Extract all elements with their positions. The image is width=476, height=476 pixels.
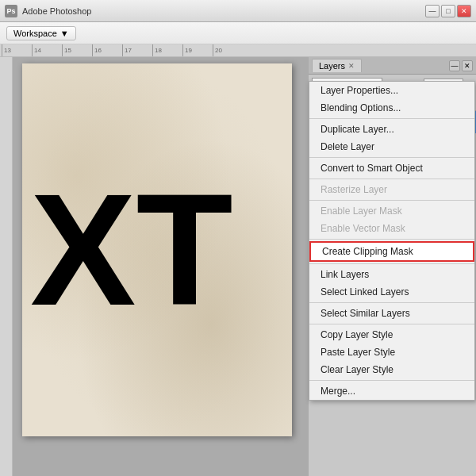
ruler-vertical — [0, 57, 13, 476]
ctx-blending-options[interactable]: Blending Options... — [309, 99, 474, 117]
ctx-separator-5 — [309, 239, 474, 240]
title-bar: Ps Adobe Photoshop — □ ✕ — [0, 0, 476, 22]
ctx-clear-layer-style[interactable]: Clear Layer Style — [309, 361, 474, 378]
canvas-text: XT — [30, 171, 233, 329]
panel-minimize-button[interactable]: — — [449, 60, 460, 71]
ruler-mark: 15 — [62, 44, 92, 57]
layers-panel: Layers ✕ — ✕ Normal Multiply Screen Opac… — [308, 57, 476, 476]
maximize-button[interactable]: □ — [441, 5, 455, 17]
canvas-texture: XT — [22, 63, 292, 436]
workspace-label: Workspace — [13, 29, 57, 38]
ctx-paste-layer-style[interactable]: Paste Layer Style — [309, 344, 474, 361]
menu-bar: Workspace ▼ — [0, 22, 476, 44]
ctx-separator-8 — [309, 324, 474, 324]
canvas-document: XT — [22, 63, 292, 436]
layers-tab[interactable]: Layers ✕ — [312, 59, 362, 72]
canvas-area: XT — [0, 57, 308, 476]
ctx-separator-6 — [309, 263, 474, 264]
ctx-select-similar-layers[interactable]: Select Similar Layers — [309, 305, 474, 322]
ruler-horizontal: 13 14 15 16 17 18 19 20 — [0, 44, 476, 57]
main-area: XT Layers ✕ — ✕ Normal Multiply Screen — [0, 57, 476, 476]
workspace-button[interactable]: Workspace ▼ — [6, 26, 76, 40]
panel-controls: — ✕ — [449, 60, 473, 71]
layers-tab-label: Layers — [319, 61, 345, 71]
close-button[interactable]: ✕ — [457, 5, 471, 17]
ctx-copy-layer-style[interactable]: Copy Layer Style — [309, 326, 474, 344]
panel-close-button[interactable]: ✕ — [462, 60, 473, 71]
ctx-merge[interactable]: Merge... — [309, 382, 474, 400]
ctx-delete-layer[interactable]: Delete Layer — [309, 138, 474, 155]
ctx-separator-4 — [309, 200, 474, 201]
ruler-mark: 20 — [213, 44, 243, 57]
app-title: Adobe Photoshop — [22, 6, 91, 16]
ruler-mark: 19 — [182, 44, 213, 57]
ctx-separator-1 — [309, 118, 474, 119]
ctx-separator-2 — [309, 157, 474, 158]
ctx-layer-properties[interactable]: Layer Properties... — [309, 82, 474, 99]
panel-tab-bar: Layers ✕ — ✕ — [309, 57, 476, 75]
ruler-mark: 14 — [32, 44, 62, 57]
ctx-enable-layer-mask: Enable Layer Mask — [309, 202, 474, 220]
context-menu: Layer Properties... Blending Options... … — [309, 81, 475, 401]
ruler-mark: 13 — [2, 44, 32, 57]
app-icon: Ps — [5, 5, 17, 17]
ctx-convert-smart-object[interactable]: Convert to Smart Object — [309, 159, 474, 177]
ctx-separator-9 — [309, 380, 474, 381]
ruler-marks: 13 14 15 16 17 18 19 20 — [0, 44, 243, 57]
window-controls: — □ ✕ — [425, 5, 471, 17]
layers-tab-close[interactable]: ✕ — [348, 62, 355, 70]
ruler-mark: 16 — [92, 44, 122, 57]
ctx-link-layers[interactable]: Link Layers — [309, 266, 474, 283]
title-bar-left: Ps Adobe Photoshop — [5, 5, 91, 17]
ctx-create-clipping-mask[interactable]: Create Clipping Mask — [309, 241, 474, 262]
ctx-separator-3 — [309, 178, 474, 179]
ctx-rasterize-layer: Rasterize Layer — [309, 181, 474, 198]
ctx-enable-vector-mask: Enable Vector Mask — [309, 220, 474, 237]
minimize-button[interactable]: — — [425, 5, 440, 17]
workspace-arrow: ▼ — [60, 29, 69, 38]
ruler-mark: 18 — [152, 44, 182, 57]
ctx-separator-7 — [309, 302, 474, 303]
ctx-duplicate-layer[interactable]: Duplicate Layer... — [309, 121, 474, 138]
ruler-mark: 17 — [122, 44, 152, 57]
ctx-select-linked-layers[interactable]: Select Linked Layers — [309, 283, 474, 301]
